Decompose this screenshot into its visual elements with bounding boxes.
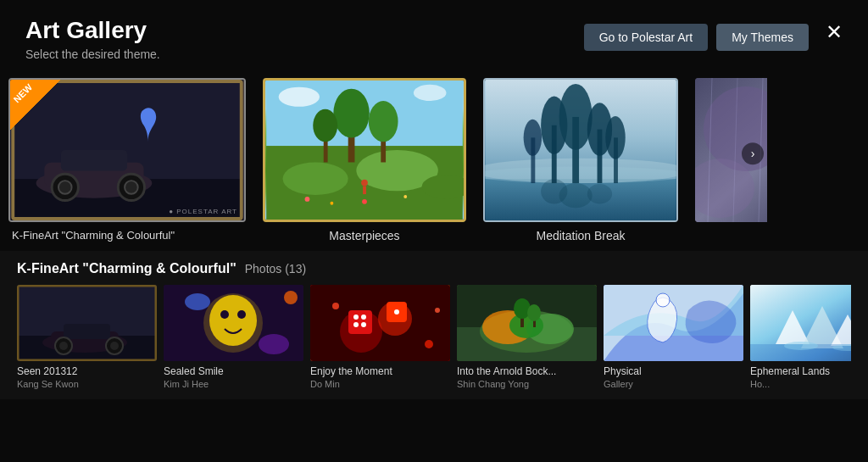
thumbnail-seen201312[interactable]: Seen 201312 Kang Se Kwon: [17, 285, 157, 389]
polestar-art-button[interactable]: Go to Polestar Art: [584, 24, 709, 51]
svg-point-27: [279, 87, 320, 107]
svg-point-22: [330, 202, 333, 205]
svg-point-16: [333, 89, 369, 138]
svg-point-25: [361, 180, 368, 186]
svg-point-80: [361, 322, 366, 327]
scroll-right-indicator: ›: [742, 142, 764, 164]
section-title: K-FineArt "Charming & Colourful" Photos …: [17, 261, 851, 276]
photos-count: Photos (13): [245, 262, 306, 276]
theme-card-masterpieces[interactable]: Masterpieces: [263, 78, 466, 242]
thumb-artist-physical: Gallery: [604, 379, 743, 389]
svg-point-23: [362, 199, 367, 204]
svg-point-84: [425, 340, 433, 348]
svg-point-32: [485, 167, 676, 184]
svg-point-20: [313, 109, 337, 142]
thumb-title-sealedsmile: Sealed Smile: [164, 365, 303, 377]
theme-image-masterpieces: [263, 78, 466, 222]
svg-point-85: [435, 308, 440, 313]
thumb-artist-enjoymoment: Do Min: [310, 379, 450, 389]
close-button[interactable]: ✕: [826, 20, 843, 44]
svg-point-67: [209, 295, 257, 346]
section-theme-name: K-FineArt "Charming & Colourful": [17, 261, 236, 276]
thumb-image-seen201312: [17, 285, 157, 361]
thumb-artist-sealedsmile: Kim Ji Hee: [164, 379, 303, 389]
svg-point-24: [403, 195, 407, 198]
svg-point-61: [59, 342, 68, 350]
thumb-artist-ephemeral: Ho...: [750, 379, 851, 389]
themes-row: NEW ● POLESTAR ART K-FineArt "Charming &…: [0, 70, 868, 251]
svg-rect-76: [348, 310, 372, 334]
theme-image-kfineart: NEW ● POLESTAR ART: [8, 78, 246, 222]
thumb-image-ephemeral: [750, 285, 851, 361]
svg-point-8: [125, 181, 138, 194]
theme-card-rainy[interactable]: › Rainy: [695, 78, 767, 242]
theme-label-kfineart: K-FineArt "Charming & Colourful": [8, 229, 246, 242]
svg-point-78: [361, 314, 366, 320]
new-badge: NEW: [10, 80, 61, 131]
svg-point-83: [332, 303, 339, 309]
thumb-title-arnoldbock: Into the Arnold Bock...: [457, 365, 597, 377]
svg-rect-59: [64, 324, 110, 339]
svg-rect-4: [61, 150, 127, 170]
svg-point-44: [559, 183, 593, 208]
svg-point-71: [259, 334, 289, 354]
svg-point-40: [605, 116, 625, 159]
theme-card-meditation[interactable]: Meditation Break: [483, 78, 678, 242]
thumb-image-physical: [604, 285, 743, 361]
page-title: Art Gallery: [25, 17, 160, 44]
thumb-title-seen201312: Seen 201312: [17, 365, 157, 377]
thumb-artist-seen201312: Kang Se Kwon: [17, 379, 157, 389]
header-buttons: Go to Polestar Art My Themes: [584, 24, 809, 51]
page-subtitle: Select the desired theme.: [25, 47, 160, 61]
svg-point-70: [185, 293, 210, 310]
svg-point-97: [656, 293, 670, 307]
thumb-title-enjoymoment: Enjoy the Moment: [310, 365, 450, 377]
bottom-section: K-FineArt "Charming & Colourful" Photos …: [0, 251, 868, 399]
theme-image-meditation: [483, 78, 678, 222]
theme-label-meditation: Meditation Break: [483, 229, 678, 242]
thumbnail-physical[interactable]: Physical Gallery: [604, 285, 743, 389]
thumbnail-sealedsmile[interactable]: Sealed Smile Kim Ji Hee: [164, 285, 303, 389]
svg-point-45: [587, 184, 612, 203]
title-block: Art Gallery Select the desired theme.: [25, 17, 160, 61]
header: Art Gallery Select the desired theme. Go…: [0, 0, 868, 70]
svg-point-42: [524, 120, 542, 156]
svg-point-21: [305, 197, 310, 202]
thumb-title-ephemeral: Ephemeral Lands: [750, 365, 851, 377]
theme-label-masterpieces: Masterpieces: [263, 229, 466, 242]
svg-point-68: [220, 310, 229, 319]
thumb-title-physical: Physical: [604, 365, 743, 377]
svg-point-77: [353, 314, 359, 320]
svg-point-104: [784, 342, 818, 350]
thumbnails-row: Seen 201312 Kang Se Kwon: [17, 285, 851, 389]
thumb-artist-arnoldbock: Shin Chang Yong: [457, 379, 597, 389]
thumb-image-enjoymoment: [310, 285, 450, 361]
svg-point-79: [353, 322, 359, 327]
svg-rect-26: [363, 186, 366, 194]
svg-point-12: [283, 162, 348, 195]
svg-point-82: [394, 309, 399, 314]
thumbnail-enjoymoment[interactable]: Enjoy the Moment Do Min: [310, 285, 450, 389]
svg-point-36: [559, 84, 593, 150]
svg-point-6: [58, 181, 72, 194]
svg-point-28: [414, 85, 447, 101]
svg-point-69: [237, 310, 246, 319]
svg-point-18: [369, 101, 398, 142]
new-badge-text: NEW: [12, 82, 35, 105]
my-themes-button[interactable]: My Themes: [716, 24, 809, 51]
theme-card-kfineart[interactable]: NEW ● POLESTAR ART K-FineArt "Charming &…: [8, 78, 246, 242]
svg-point-95: [527, 304, 541, 321]
thumb-image-sealedsmile: [164, 285, 303, 361]
svg-point-63: [110, 342, 119, 350]
thumb-image-arnoldbock: [457, 285, 597, 361]
svg-point-72: [284, 291, 298, 304]
thumbnail-arnoldbock[interactable]: Into the Arnold Bock... Shin Chang Yong: [457, 285, 597, 389]
thumbnail-ephemeral[interactable]: Ephemeral Lands Ho...: [750, 285, 851, 389]
polestar-watermark: ● POLESTAR ART: [169, 208, 237, 215]
